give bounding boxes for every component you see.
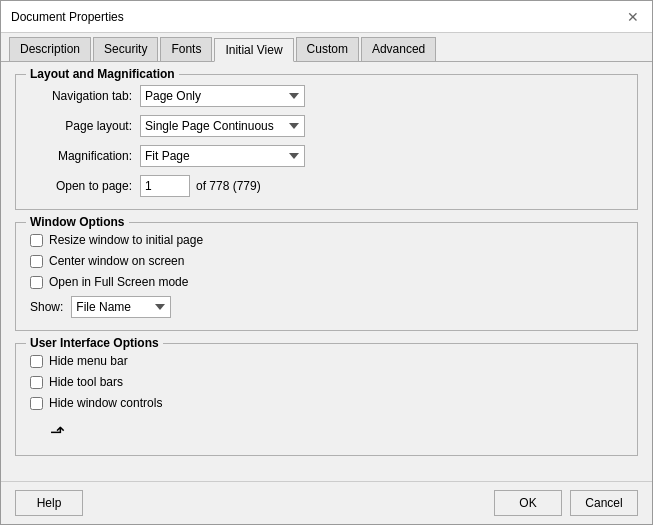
center-checkbox-row: Center window on screen	[30, 254, 623, 268]
cursor-indicator: ⬏	[50, 421, 65, 443]
cancel-button[interactable]: Cancel	[570, 490, 638, 516]
footer: Help OK Cancel	[1, 481, 652, 524]
show-label: Show:	[30, 300, 63, 314]
tab-bar: Description Security Fonts Initial View …	[1, 33, 652, 62]
navigation-tab-row: Navigation tab: Page Only Bookmarks Pane…	[30, 85, 623, 107]
fullscreen-checkbox[interactable]	[30, 276, 43, 289]
title-bar: Document Properties ✕	[1, 1, 652, 33]
tab-fonts[interactable]: Fonts	[160, 37, 212, 61]
window-section-title: Window Options	[26, 215, 129, 229]
hide-menu-row: Hide menu bar	[30, 354, 623, 368]
dialog-title: Document Properties	[11, 10, 124, 24]
fullscreen-label: Open in Full Screen mode	[49, 275, 188, 289]
window-section: Window Options Resize window to initial …	[15, 222, 638, 331]
magnification-select[interactable]: Fit Page Fit Width Fit Height Actual Siz…	[140, 145, 305, 167]
tab-advanced[interactable]: Advanced	[361, 37, 436, 61]
hide-toolbar-checkbox[interactable]	[30, 376, 43, 389]
dialog: Document Properties ✕ Description Securi…	[0, 0, 653, 525]
center-label: Center window on screen	[49, 254, 184, 268]
resize-checkbox[interactable]	[30, 234, 43, 247]
open-to-page-input[interactable]	[140, 175, 190, 197]
layout-section: Layout and Magnification Navigation tab:…	[15, 74, 638, 210]
open-to-page-suffix: of 778 (779)	[196, 179, 261, 193]
center-checkbox[interactable]	[30, 255, 43, 268]
hide-menu-checkbox[interactable]	[30, 355, 43, 368]
tab-security[interactable]: Security	[93, 37, 158, 61]
hide-toolbar-row: Hide tool bars	[30, 375, 623, 389]
tab-description[interactable]: Description	[9, 37, 91, 61]
hide-controls-row: Hide window controls	[30, 396, 623, 410]
page-layout-select[interactable]: Single Page Single Page Continuous Two-U…	[140, 115, 305, 137]
hide-controls-checkbox[interactable]	[30, 397, 43, 410]
tab-custom[interactable]: Custom	[296, 37, 359, 61]
page-layout-row: Page layout: Single Page Single Page Con…	[30, 115, 623, 137]
hide-toolbar-label: Hide tool bars	[49, 375, 123, 389]
magnification-label: Magnification:	[30, 149, 140, 163]
footer-right: OK Cancel	[494, 490, 638, 516]
page-layout-label: Page layout:	[30, 119, 140, 133]
show-select[interactable]: File Name Document Title	[71, 296, 171, 318]
help-button[interactable]: Help	[15, 490, 83, 516]
ui-section-title: User Interface Options	[26, 336, 163, 350]
show-row: Show: File Name Document Title	[30, 296, 623, 318]
layout-section-title: Layout and Magnification	[26, 67, 179, 81]
magnification-row: Magnification: Fit Page Fit Width Fit He…	[30, 145, 623, 167]
hide-menu-label: Hide menu bar	[49, 354, 128, 368]
content-area: Layout and Magnification Navigation tab:…	[1, 62, 652, 481]
resize-checkbox-row: Resize window to initial page	[30, 233, 623, 247]
hide-controls-label: Hide window controls	[49, 396, 162, 410]
ok-button[interactable]: OK	[494, 490, 562, 516]
ui-section: User Interface Options Hide menu bar Hid…	[15, 343, 638, 456]
resize-label: Resize window to initial page	[49, 233, 203, 247]
open-to-page-label: Open to page:	[30, 179, 140, 193]
navigation-tab-select[interactable]: Page Only Bookmarks Panel and Page Pages…	[140, 85, 305, 107]
close-button[interactable]: ✕	[624, 8, 642, 26]
open-to-page-row: Open to page: of 778 (779)	[30, 175, 623, 197]
navigation-tab-label: Navigation tab:	[30, 89, 140, 103]
tab-initial-view[interactable]: Initial View	[214, 38, 293, 62]
fullscreen-checkbox-row: Open in Full Screen mode	[30, 275, 623, 289]
